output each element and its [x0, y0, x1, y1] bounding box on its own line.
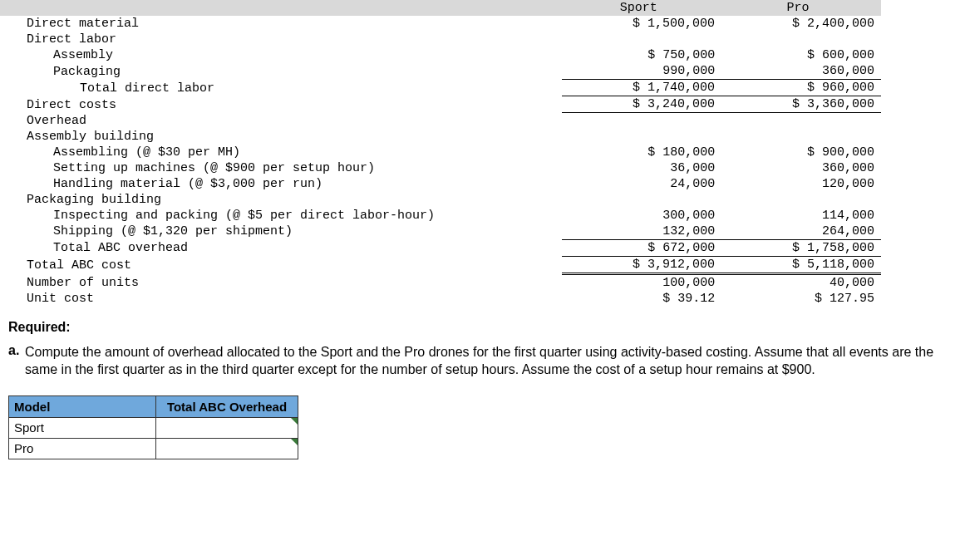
- tabco-pro: $ 1,758,000: [721, 239, 881, 256]
- row-shipping: Shipping (@ $1,320 per shipment): [0, 224, 562, 240]
- tabcc-sport: $ 3,912,000: [562, 256, 721, 273]
- answer-col-model: Model: [9, 395, 156, 417]
- insp-pro: 114,000: [721, 208, 881, 224]
- answer-table: Model Total ABC Overhead Sport Pro: [8, 395, 298, 459]
- hand-pro: 120,000: [721, 176, 881, 192]
- row-inspecting: Inspecting and packing (@ $5 per direct …: [0, 208, 562, 224]
- row-total-abc-cost: Total ABC cost: [0, 256, 562, 273]
- cell-marker-icon: [291, 418, 298, 425]
- tdl-sport: $ 1,740,000: [562, 80, 721, 96]
- tdl-pro: $ 960,000: [721, 80, 881, 96]
- units-sport: 100,000: [562, 273, 721, 291]
- row-packaging: Packaging: [0, 63, 562, 80]
- cell-marker-icon: [291, 439, 298, 445]
- row-handling: Handling material (@ $3,000 per run): [0, 176, 562, 192]
- ship-pro: 264,000: [721, 224, 881, 240]
- header-pro: Pro: [721, 0, 881, 16]
- insp-sport: 300,000: [562, 208, 721, 224]
- answer-label-pro: Pro: [9, 438, 156, 459]
- setup-sport: 36,000: [562, 160, 721, 176]
- ship-sport: 132,000: [562, 224, 721, 240]
- answer-input-pro[interactable]: [156, 438, 298, 459]
- row-direct-labor: Direct labor: [0, 32, 562, 47]
- pkg-pro: 360,000: [721, 63, 881, 80]
- row-total-direct-labor: Total direct labor: [0, 80, 562, 96]
- row-unit-cost: Unit cost: [0, 291, 562, 307]
- cost-table: Sport Pro Direct material $ 1,500,000 $ …: [0, 0, 881, 307]
- row-setup: Setting up machines (@ $900 per setup ho…: [0, 160, 562, 176]
- unitcost-pro: $ 127.95: [721, 291, 881, 307]
- row-assembly-building: Assembly building: [0, 129, 562, 145]
- answer-col-total: Total ABC Overhead: [156, 395, 298, 417]
- dm-sport: $ 1,500,000: [562, 16, 721, 32]
- assem-pro: $ 900,000: [721, 145, 881, 160]
- setup-pro: 360,000: [721, 160, 881, 176]
- dm-pro: $ 2,400,000: [721, 16, 881, 32]
- unitcost-sport: $ 39.12: [562, 291, 721, 307]
- answer-row-pro: Pro: [9, 438, 298, 459]
- header-sport: Sport: [562, 0, 721, 16]
- dc-sport: $ 3,240,000: [562, 96, 721, 113]
- answer-label-sport: Sport: [9, 417, 156, 438]
- tabcc-pro: $ 5,118,000: [721, 256, 881, 273]
- question-marker: a.: [8, 343, 25, 379]
- answer-input-sport[interactable]: [156, 417, 298, 438]
- row-packaging-building: Packaging building: [0, 192, 562, 208]
- row-assembling: Assembling (@ $30 per MH): [0, 145, 562, 160]
- row-assembly: Assembly: [0, 47, 562, 63]
- assem-sport: $ 180,000: [562, 145, 721, 160]
- asm-pro: $ 600,000: [721, 47, 881, 63]
- pkg-sport: 990,000: [562, 63, 721, 80]
- asm-sport: $ 750,000: [562, 47, 721, 63]
- answer-row-sport: Sport: [9, 417, 298, 438]
- row-direct-material: Direct material: [0, 16, 562, 32]
- dc-pro: $ 3,360,000: [721, 96, 881, 113]
- hand-sport: 24,000: [562, 176, 721, 192]
- row-total-abc-overhead: Total ABC overhead: [0, 239, 562, 256]
- tabco-sport: $ 672,000: [562, 239, 721, 256]
- units-pro: 40,000: [721, 273, 881, 291]
- row-overhead: Overhead: [0, 113, 562, 129]
- question-text: Compute the amount of overhead allocated…: [25, 343, 957, 379]
- required-heading: Required:: [8, 320, 71, 334]
- blank-header: [0, 0, 562, 16]
- row-direct-costs: Direct costs: [0, 96, 562, 113]
- row-units: Number of units: [0, 273, 562, 291]
